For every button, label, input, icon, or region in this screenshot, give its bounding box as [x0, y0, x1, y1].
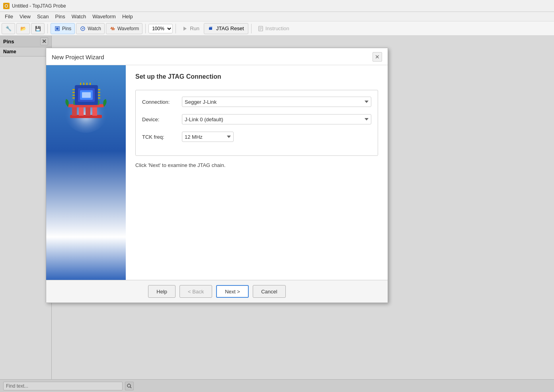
svg-marker-7 [183, 27, 187, 31]
svg-rect-28 [72, 92, 75, 93]
toolbar-open-btn[interactable]: 📂 [16, 23, 30, 34]
toolbar-wrench-btn[interactable]: 🔧 [2, 23, 15, 34]
svg-rect-8 [209, 27, 212, 30]
window-title: Untitled - TopJTAG Probe [12, 3, 66, 9]
menu-scan[interactable]: Scan [34, 13, 52, 20]
svg-rect-10 [211, 27, 212, 27]
svg-rect-27 [72, 89, 75, 90]
dialog-body: Set up the JTAG Connection Connection: S… [46, 65, 388, 280]
device-group: Device: J-Link 0 (default) J-Link 1 [142, 114, 371, 124]
pins-toolbar-icon [54, 25, 60, 32]
svg-rect-30 [72, 97, 75, 99]
zoom-select[interactable]: 100% 50% 75% 150% 200% [148, 24, 173, 33]
instruction-label: Instruction [265, 25, 289, 31]
menu-waveform[interactable]: Waveform [89, 13, 119, 20]
help-btn[interactable]: Help [148, 285, 176, 298]
dialog-title: New Project Wizard [52, 54, 104, 60]
wizard-image-panel [46, 65, 126, 280]
menu-bar: File View Scan Pins Watch Waveform Help [0, 12, 554, 21]
separator-1 [47, 24, 48, 33]
dialog-close-btn[interactable]: ✕ [373, 52, 382, 62]
watch-icon [80, 25, 86, 32]
separator-3 [176, 24, 176, 33]
svg-rect-18 [79, 107, 84, 116]
pins-btn-label: Pins [62, 26, 71, 31]
connection-group: Connection: Segger J-Link USB Blaster FT… [142, 97, 371, 107]
svg-rect-33 [98, 95, 100, 96]
menu-help[interactable]: Help [119, 13, 136, 20]
toolbar-pins-btn[interactable]: Pins [51, 23, 75, 34]
device-label: Device: [142, 116, 182, 122]
svg-rect-34 [98, 97, 100, 99]
svg-rect-35 [80, 83, 81, 85]
svg-rect-31 [98, 89, 100, 90]
save-icon: 💾 [35, 25, 41, 32]
wizard-form-title: Set up the JTAG Connection [135, 73, 378, 80]
wizard-footer-text: Click 'Next' to examine the JTAG chain. [135, 162, 378, 168]
cancel-btn[interactable]: Cancel [253, 285, 285, 298]
title-bar: Untitled - TopJTAG Probe [0, 0, 554, 12]
jtag-reset-icon [208, 25, 215, 32]
toolbar: 🔧 📂 💾 Pins Watch W [0, 21, 554, 36]
separator-4 [251, 24, 252, 33]
instruction-icon [257, 25, 264, 32]
waveform-icon [109, 25, 116, 32]
next-btn[interactable]: Next > [216, 285, 249, 298]
toolbar-watch-btn[interactable]: Watch [76, 23, 105, 34]
run-btn[interactable]: Run [179, 25, 203, 33]
menu-watch[interactable]: Watch [68, 13, 89, 20]
main-area: Pins ✕ Name New Project Wizard ✕ [0, 36, 554, 392]
toolbar-waveform-btn[interactable]: Waveform [106, 23, 142, 34]
instruction-btn[interactable]: Instruction [254, 25, 293, 33]
svg-point-1 [5, 5, 8, 7]
svg-rect-19 [86, 107, 90, 116]
svg-rect-3 [56, 27, 59, 30]
run-icon [182, 25, 188, 32]
svg-rect-9 [210, 27, 211, 27]
connection-select[interactable]: Segger J-Link USB Blaster FTDI [182, 97, 371, 107]
svg-rect-17 [72, 107, 77, 116]
app-icon [3, 3, 10, 9]
device-select[interactable]: J-Link 0 (default) J-Link 1 [182, 114, 371, 124]
svg-rect-32 [98, 92, 100, 93]
tck-label: TCK freq: [142, 134, 182, 140]
tck-group: TCK freq: 1 MHz 4 MHz 8 MHz 12 MHz 16 MH… [142, 132, 371, 142]
svg-rect-38 [90, 83, 91, 85]
jtag-reset-btn[interactable]: JTAG Reset [204, 23, 248, 34]
menu-file[interactable]: File [2, 13, 16, 20]
new-project-wizard-dialog: New Project Wizard ✕ [46, 48, 388, 303]
jtag-reset-label: JTAG Reset [216, 25, 244, 31]
connection-label: Connection: [142, 99, 182, 105]
dialog-title-bar: New Project Wizard ✕ [46, 48, 388, 65]
wizard-form: Set up the JTAG Connection Connection: S… [126, 65, 388, 280]
wizard-chip-image [58, 77, 114, 133]
svg-rect-36 [83, 83, 84, 85]
svg-rect-29 [72, 95, 75, 96]
menu-pins[interactable]: Pins [52, 13, 68, 20]
menu-view[interactable]: View [16, 13, 34, 20]
open-icon: 📂 [20, 25, 26, 32]
svg-rect-37 [86, 83, 88, 85]
watch-btn-label: Watch [88, 26, 101, 31]
svg-rect-20 [92, 107, 97, 116]
wrench-icon: 🔧 [5, 25, 12, 32]
waveform-btn-label: Waveform [117, 26, 139, 31]
connection-form-box: Connection: Segger J-Link USB Blaster FT… [135, 90, 378, 156]
back-btn[interactable]: < Back [179, 285, 212, 298]
tck-select[interactable]: 1 MHz 4 MHz 8 MHz 12 MHz 16 MHz 25 MHz [182, 132, 234, 142]
separator-2 [145, 24, 146, 33]
dialog-footer: Help < Back Next > Cancel [46, 280, 388, 303]
toolbar-save-btn[interactable]: 💾 [31, 23, 45, 34]
svg-rect-26 [82, 92, 91, 98]
